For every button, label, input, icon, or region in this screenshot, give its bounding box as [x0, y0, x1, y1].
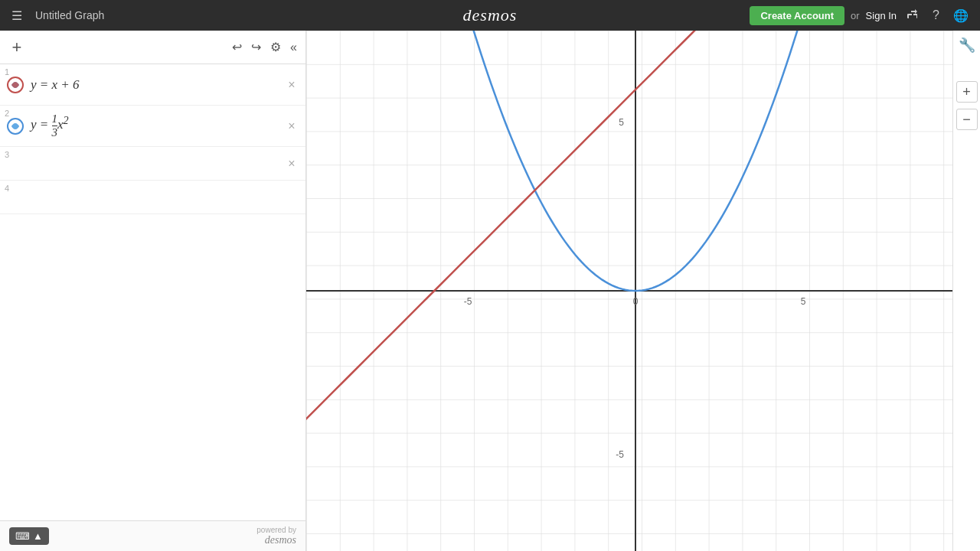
row-number-2: 2 [5, 109, 9, 118]
bottom-bar: ⌨ ▲ powered by desmos [0, 520, 305, 551]
row-number-3: 3 [5, 150, 9, 159]
expression-formula-2[interactable]: y = 13x2 [28, 107, 281, 145]
settings-button[interactable]: ⚙ [268, 37, 283, 57]
or-text: or [851, 10, 860, 21]
expression-formula-4[interactable] [28, 191, 305, 204]
graph-title: Untitled Graph [35, 9, 104, 21]
add-expression-button[interactable]: + [6, 37, 28, 58]
zoom-out-button[interactable]: − [956, 109, 978, 130]
collapse-panel-button[interactable]: « [288, 38, 299, 57]
delete-expression-3[interactable]: × [281, 153, 302, 174]
expression-formula-3[interactable] [28, 158, 281, 170]
powered-by-text: powered by [256, 526, 296, 534]
expression-list: 1 y = x + 6 × 2 [0, 64, 305, 520]
graph-area[interactable]: -5 0 5 10 5 -5 [306, 31, 952, 551]
hamburger-menu-icon[interactable]: ☰ [8, 7, 26, 24]
main-layout: + ↩ ↪ ⚙ « 1 y = x + 6 [0, 31, 980, 551]
x-label-0: 0 [633, 296, 639, 307]
row-number-1: 1 [5, 67, 9, 77]
expression-row-3[interactable]: 3 × [0, 147, 305, 181]
undo-button[interactable]: ↩ [230, 37, 244, 57]
keyboard-icon: ⌨ [15, 530, 30, 542]
zoom-in-button[interactable]: + [956, 81, 978, 103]
x-label-minus5: -5 [464, 296, 472, 307]
expression-formula-1[interactable]: y = x + 6 [28, 71, 281, 99]
globe-icon[interactable]: 🌐 [949, 7, 972, 24]
expression-row-4[interactable]: 4 [0, 181, 305, 214]
graph-canvas: -5 0 5 10 5 -5 [306, 31, 952, 551]
sign-in-button[interactable]: Sign In [866, 10, 897, 21]
left-panel: + ↩ ↪ ⚙ « 1 y = x + 6 [0, 31, 306, 551]
delete-expression-2[interactable]: × [281, 116, 302, 137]
desmos-logo: desmos [463, 5, 518, 25]
delete-expression-1[interactable]: × [281, 74, 302, 96]
right-toolbar: 🔧 + − [952, 31, 980, 551]
create-account-button[interactable]: Create Account [750, 6, 844, 25]
keyboard-button[interactable]: ⌨ ▲ [9, 527, 49, 545]
expression-toolbar: + ↩ ↪ ⚙ « [0, 31, 305, 64]
header-right-actions: Create Account or Sign In ? 🌐 [750, 6, 972, 25]
powered-by-logo: desmos [256, 534, 296, 546]
help-icon[interactable]: ? [929, 7, 943, 24]
header: ☰ Untitled Graph desmos Create Account o… [0, 0, 980, 31]
x-label-5: 5 [801, 296, 806, 307]
expression-icon-1 [0, 76, 28, 94]
y-label-minus5: -5 [616, 449, 624, 460]
y-label-5: 5 [619, 117, 624, 128]
expand-icon: ▲ [33, 530, 43, 542]
wrench-button[interactable]: 🔧 [959, 37, 975, 54]
expression-icon-2 [0, 117, 28, 135]
expression-row-2[interactable]: 2 y = 13x2 × [0, 106, 305, 147]
row-number-4: 4 [5, 184, 9, 193]
expression-row-1[interactable]: 1 y = x + 6 × [0, 64, 305, 106]
redo-button[interactable]: ↪ [249, 37, 263, 57]
powered-by: powered by desmos [256, 526, 296, 546]
share-icon[interactable] [903, 6, 923, 24]
